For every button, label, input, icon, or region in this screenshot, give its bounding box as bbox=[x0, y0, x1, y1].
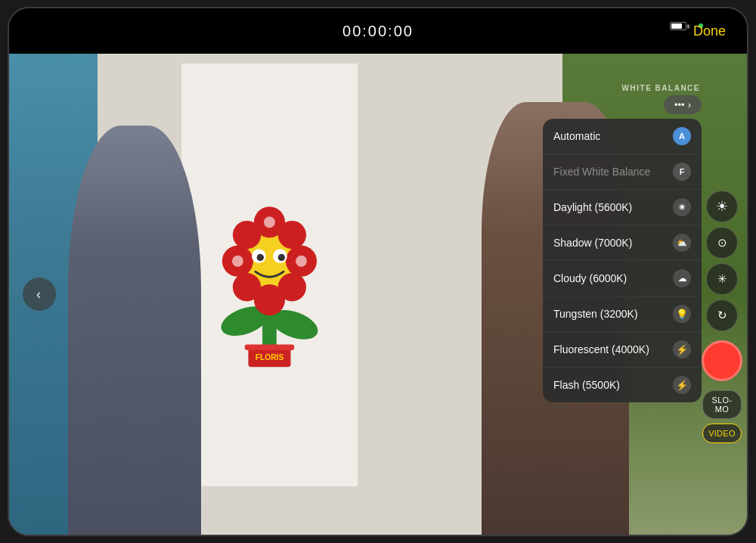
wb-more-icon: ••• bbox=[674, 99, 685, 110]
focus-button[interactable]: ⊙ bbox=[706, 227, 738, 259]
back-chevron-icon: ‹ bbox=[36, 287, 41, 303]
wb-cloudy-label: Cloudy (6000K) bbox=[553, 272, 627, 284]
top-bar: 00:00:00 Done bbox=[9, 8, 747, 54]
wb-item-fixed[interactable]: Fixed White Balance F bbox=[543, 154, 702, 190]
flower-poster: FLORIS bbox=[181, 64, 358, 487]
done-button[interactable]: Done bbox=[693, 23, 726, 39]
wb-shadow-icon: ⛅ bbox=[673, 234, 691, 252]
viewfinder: FLORIS ‹ WHITE BALANCE ••• › Automatic bbox=[9, 54, 747, 535]
wb-menu: Automatic A Fixed White Balance F Daylig… bbox=[543, 119, 702, 402]
video-button[interactable]: VIDEO bbox=[702, 424, 742, 443]
slo-mo-button[interactable]: SLO-MO bbox=[702, 390, 742, 419]
wb-item-fluorescent[interactable]: Fluorescent (4000K) ⚡ bbox=[543, 332, 702, 368]
flip-icon: ↻ bbox=[717, 309, 727, 322]
svg-point-11 bbox=[278, 221, 306, 249]
white-balance-popup: WHITE BALANCE ••• › Automatic A Fixed Wh… bbox=[543, 84, 702, 402]
wb-fluorescent-label: Fluorescent (4000K) bbox=[553, 343, 649, 355]
wb-daylight-label: Daylight (5600K) bbox=[553, 201, 632, 213]
exposure-icon: ☀ bbox=[716, 198, 728, 215]
back-button[interactable]: ‹ bbox=[23, 278, 56, 311]
wb-daylight-icon: ☀ bbox=[673, 198, 691, 216]
person-left bbox=[68, 126, 201, 535]
flip-button[interactable]: ↻ bbox=[706, 299, 738, 331]
wb-shadow-label: Shadow (7000K) bbox=[553, 237, 632, 249]
svg-point-12 bbox=[233, 273, 261, 301]
svg-point-20 bbox=[278, 254, 285, 261]
wb-item-shadow[interactable]: Shadow (7000K) ⛅ bbox=[543, 225, 702, 261]
svg-point-16 bbox=[296, 255, 307, 266]
wb-more-button[interactable]: ••• › bbox=[664, 95, 702, 114]
wb-automatic-icon: A bbox=[673, 127, 691, 145]
svg-point-19 bbox=[257, 254, 264, 261]
wb-toggle-button[interactable]: ✳ bbox=[706, 263, 738, 295]
battery-icon bbox=[670, 22, 686, 30]
svg-point-15 bbox=[232, 255, 243, 266]
wb-item-cloudy[interactable]: Cloudy (6000K) ☁ bbox=[543, 261, 702, 296]
wb-flash-icon: ⚡ bbox=[673, 376, 691, 394]
wb-tungsten-label: Tungsten (3200K) bbox=[553, 308, 638, 320]
record-button[interactable] bbox=[702, 340, 742, 381]
wb-cloudy-icon: ☁ bbox=[673, 269, 691, 287]
svg-text:FLORIS: FLORIS bbox=[256, 353, 284, 361]
wb-item-automatic[interactable]: Automatic A bbox=[543, 119, 702, 154]
wb-section-label: WHITE BALANCE bbox=[543, 84, 702, 92]
svg-rect-4 bbox=[245, 344, 294, 349]
svg-point-13 bbox=[278, 273, 306, 301]
exposure-button[interactable]: ☀ bbox=[706, 191, 738, 222]
wb-item-daylight[interactable]: Daylight (5600K) ☀ bbox=[543, 190, 702, 225]
wb-chevron-icon: › bbox=[688, 99, 691, 110]
wb-item-tungsten[interactable]: Tungsten (3200K) 💡 bbox=[543, 296, 702, 332]
focus-icon: ⊙ bbox=[717, 236, 727, 250]
wb-fixed-icon: F bbox=[673, 163, 691, 181]
wb-flash-label: Flash (5500K) bbox=[553, 379, 620, 391]
right-controls: ☀ ⊙ ✳ ↻ SLO-MO VIDEO bbox=[703, 107, 741, 527]
wb-tungsten-icon: 💡 bbox=[673, 305, 691, 323]
wb-fixed-label: Fixed White Balance bbox=[553, 166, 650, 178]
svg-point-10 bbox=[233, 221, 261, 249]
wb-automatic-label: Automatic bbox=[553, 130, 600, 142]
wb-icon: ✳ bbox=[717, 272, 727, 286]
wb-item-flash[interactable]: Flash (5500K) ⚡ bbox=[543, 368, 702, 402]
timer-display: 00:00:00 bbox=[342, 23, 414, 40]
device-frame: 00:00:00 Done bbox=[8, 7, 748, 536]
wb-fluorescent-icon: ⚡ bbox=[673, 340, 691, 358]
svg-point-14 bbox=[264, 216, 275, 228]
